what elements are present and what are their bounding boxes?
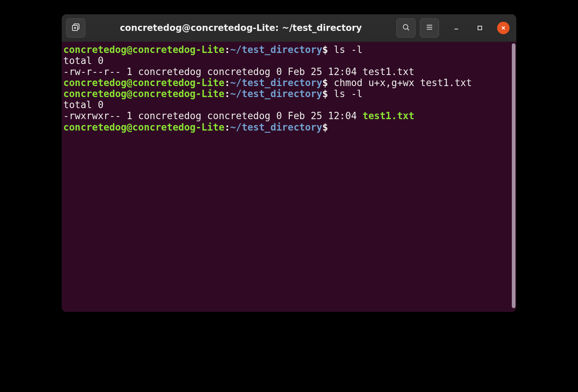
svg-rect-2 <box>478 26 482 30</box>
close-button[interactable] <box>497 22 510 34</box>
command-text: ls -l <box>334 88 363 99</box>
prompt-userhost: concretedog@concretedog-Lite <box>63 44 224 55</box>
new-tab-icon <box>71 23 80 33</box>
terminal-line: -rwxrwxr-- 1 concretedog concretedog 0 F… <box>63 110 510 121</box>
prompt-userhost: concretedog@concretedog-Lite <box>63 88 224 99</box>
prompt-colon: : <box>224 88 230 99</box>
prompt-dollar: $ <box>322 122 333 133</box>
close-icon <box>501 25 506 31</box>
prompt-colon: : <box>224 77 230 88</box>
maximize-button[interactable] <box>474 22 486 34</box>
titlebar: concretedog@concretedog-Lite: ~/test_dir… <box>62 14 516 42</box>
minimize-icon <box>453 25 459 31</box>
output-text: -rw-r--r-- 1 concretedog concretedog 0 F… <box>63 66 414 77</box>
executable-filename: test1.txt <box>363 110 414 121</box>
new-tab-button[interactable] <box>66 18 85 38</box>
output-text: total 0 <box>63 55 104 66</box>
prompt-path: ~/test_directory <box>230 88 322 99</box>
menu-button[interactable] <box>420 18 439 38</box>
cursor <box>334 121 340 131</box>
output-text: total 0 <box>63 99 104 110</box>
scrollbar[interactable] <box>511 42 516 312</box>
prompt-path: ~/test_directory <box>230 44 322 55</box>
output-text: -rwxrwxr-- 1 concretedog concretedog 0 F… <box>63 110 363 121</box>
search-icon <box>402 23 410 33</box>
terminal-line: total 0 <box>63 55 510 66</box>
terminal-line: concretedog@concretedog-Lite:~/test_dire… <box>63 77 510 88</box>
command-text: ls -l <box>334 44 363 55</box>
search-button[interactable] <box>396 18 415 38</box>
scrollbar-thumb[interactable] <box>512 43 515 308</box>
svg-point-1 <box>403 25 408 29</box>
command-text: chmod u+x,g+wx test1.txt <box>334 77 472 88</box>
prompt-path: ~/test_directory <box>230 77 322 88</box>
terminal-window: concretedog@concretedog-Lite: ~/test_dir… <box>61 14 517 312</box>
prompt-path: ~/test_directory <box>230 122 322 133</box>
terminal-line: total 0 <box>63 99 510 110</box>
terminal-output[interactable]: concretedog@concretedog-Lite:~/test_dire… <box>62 42 511 312</box>
prompt-userhost: concretedog@concretedog-Lite <box>63 77 224 88</box>
minimize-button[interactable] <box>450 22 463 34</box>
prompt-colon: : <box>224 44 230 55</box>
terminal-line: concretedog@concretedog-Lite:~/test_dire… <box>63 88 510 99</box>
maximize-icon <box>477 25 482 31</box>
terminal-line: concretedog@concretedog-Lite:~/test_dire… <box>63 44 510 55</box>
window-title: concretedog@concretedog-Lite: ~/test_dir… <box>90 23 392 33</box>
prompt-dollar: $ <box>322 44 333 55</box>
prompt-dollar: $ <box>322 88 333 99</box>
terminal-line: -rw-r--r-- 1 concretedog concretedog 0 F… <box>63 66 510 77</box>
prompt-userhost: concretedog@concretedog-Lite <box>63 122 224 133</box>
prompt-dollar: $ <box>322 77 333 88</box>
terminal-line: concretedog@concretedog-Lite:~/test_dire… <box>63 121 510 133</box>
hamburger-icon <box>425 23 434 33</box>
prompt-colon: : <box>224 122 230 133</box>
